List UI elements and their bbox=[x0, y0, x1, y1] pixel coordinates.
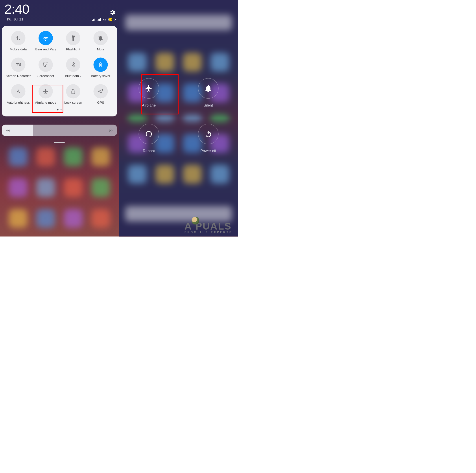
tile-lock-screen[interactable]: Lock screen bbox=[59, 84, 87, 104]
appuals-watermark: A PUALS FROM THE EXPERTS! bbox=[185, 222, 235, 233]
power-label: Airplane bbox=[142, 103, 156, 107]
tile-label: Flashlight bbox=[66, 48, 80, 51]
tile-flashlight[interactable]: Flashlight bbox=[59, 31, 87, 51]
wifi-icon[interactable] bbox=[38, 31, 53, 45]
tile-mobile-data[interactable]: Mobile data bbox=[5, 31, 32, 51]
flashlight-icon[interactable] bbox=[66, 31, 80, 45]
phone-screenshot-right: AirplaneSilentRebootPower off bbox=[119, 0, 238, 236]
airplane-icon[interactable] bbox=[38, 84, 53, 99]
tile-label: GPS bbox=[97, 101, 104, 104]
tile-auto-brightness[interactable]: Auto brightness bbox=[5, 84, 32, 104]
tile-mute[interactable]: Mute bbox=[87, 31, 115, 51]
chevron-down-icon: ◢ bbox=[80, 75, 81, 77]
signal-icon bbox=[98, 18, 101, 21]
mute-bell-icon[interactable] bbox=[94, 31, 108, 45]
pager-dots[interactable] bbox=[5, 109, 115, 111]
video-camera-icon[interactable] bbox=[11, 58, 25, 72]
date: Thu, Jul 11 bbox=[5, 17, 23, 22]
brightness-slider[interactable] bbox=[2, 125, 117, 136]
bluetooth-icon[interactable] bbox=[66, 58, 80, 72]
power-label: Reboot bbox=[143, 149, 155, 153]
lock-icon[interactable] bbox=[66, 84, 80, 99]
tile-label: Mute bbox=[97, 48, 104, 51]
sun-high-icon bbox=[109, 128, 113, 132]
tile-bluetooth[interactable]: Bluetooth◢ bbox=[59, 58, 87, 78]
gear-icon bbox=[109, 9, 115, 15]
tile-label: Screenshot bbox=[37, 74, 54, 78]
tile-screen-recorder[interactable]: Screen Recorder bbox=[5, 58, 32, 78]
power-airplane-button[interactable] bbox=[139, 78, 159, 99]
tile-label: Auto brightness bbox=[7, 101, 30, 104]
letter-a-icon[interactable] bbox=[11, 84, 25, 99]
scissors-icon[interactable] bbox=[38, 58, 53, 72]
data-arrows-icon[interactable] bbox=[11, 31, 25, 45]
tile-label: Lock screen bbox=[64, 101, 82, 104]
battery-icon: 51 bbox=[109, 17, 116, 21]
quick-settings-panel: Mobile dataBear and Pa◢FlashlightMuteScr… bbox=[2, 26, 117, 117]
power-label: Power off bbox=[200, 149, 216, 153]
settings-button[interactable] bbox=[109, 9, 115, 15]
status-bar: 2:40 Thu, Jul 11 51 bbox=[0, 0, 119, 22]
sun-low-icon bbox=[6, 128, 10, 132]
power-power-off-button[interactable] bbox=[198, 124, 219, 144]
tile-battery-saver[interactable]: Battery saver bbox=[87, 58, 115, 78]
tile-label: Bear and Pa◢ bbox=[35, 48, 56, 51]
power-silent-button[interactable] bbox=[198, 78, 219, 99]
location-arrow-icon[interactable] bbox=[94, 84, 108, 99]
airplane-icon bbox=[145, 84, 153, 93]
tile-label: Mobile data bbox=[10, 48, 27, 51]
pager-dot[interactable] bbox=[57, 109, 59, 111]
pager-dot[interactable] bbox=[61, 109, 62, 111]
power-reboot-button[interactable] bbox=[139, 124, 159, 144]
power-label: Silent bbox=[204, 103, 213, 107]
reboot-icon bbox=[145, 130, 153, 138]
tile-label: Airplane mode bbox=[35, 101, 56, 104]
tile-airplane-mode[interactable]: Airplane mode bbox=[32, 84, 59, 104]
tile-screenshot[interactable]: Screenshot bbox=[32, 58, 59, 78]
tile-gps[interactable]: GPS bbox=[87, 84, 115, 104]
wifi-icon bbox=[103, 17, 107, 21]
power-icon bbox=[204, 130, 213, 138]
tile-wifi-network[interactable]: Bear and Pa◢ bbox=[32, 31, 59, 51]
chevron-down-icon: ◢ bbox=[55, 48, 56, 51]
signal-icon bbox=[92, 18, 96, 21]
power-menu: AirplaneSilentRebootPower off bbox=[119, 78, 238, 153]
clock: 2:40 bbox=[4, 1, 29, 17]
tile-label: Battery saver bbox=[91, 74, 110, 78]
tile-label: Bluetooth◢ bbox=[65, 74, 82, 78]
panel-drag-handle[interactable] bbox=[54, 142, 65, 143]
tile-label: Screen Recorder bbox=[6, 74, 31, 78]
phone-screenshot-left: 2:40 Thu, Jul 11 51 Mobile dataB bbox=[0, 0, 119, 236]
status-icons: 51 bbox=[92, 17, 116, 21]
battery-plus-icon[interactable] bbox=[94, 58, 108, 72]
bell-icon bbox=[204, 84, 213, 93]
